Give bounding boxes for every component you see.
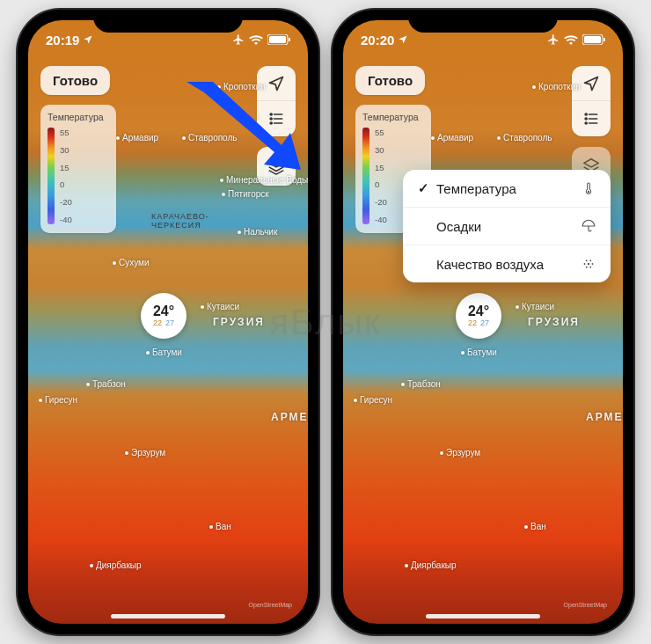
low-temp: 22 (153, 318, 162, 327)
phone-left: 20:19 Готово (18, 10, 318, 634)
city-kropotkin: Кропоткин (532, 82, 581, 91)
high-temp: 27 (480, 318, 489, 327)
city-minvody: Минеральные Воды (220, 175, 308, 185)
layers-popover: ✓ Температура Осадки Качество воздуха (403, 170, 611, 282)
thermometer-icon (579, 180, 598, 196)
svg-point-19 (588, 191, 589, 193)
svg-point-17 (585, 122, 587, 124)
legend-scale: 55 30 15 0 -20 -40 (60, 128, 72, 224)
popover-label: Осадки (431, 219, 579, 234)
toolbar-stack (572, 66, 611, 136)
city-erzurum: Эрзурум (125, 448, 165, 457)
home-indicator[interactable] (426, 614, 540, 618)
city-van: Ван (209, 522, 231, 531)
popover-label: Температура (431, 181, 579, 196)
notch (93, 10, 243, 33)
region-kchr: КАРАЧАЕВО- ЧЕРКЕСИЯ (151, 212, 209, 230)
city-batumi: Батуми (146, 348, 182, 357)
city-erzurum: Эрзурум (440, 448, 480, 457)
legend-gradient (362, 128, 369, 224)
legend-title: Температура (48, 112, 109, 122)
legend-scale: 55 30 15 0 -20 -40 (375, 128, 387, 224)
city-kutaisi: Кутаиси (516, 302, 554, 311)
city-nalchik: Нальчик (238, 227, 277, 237)
current-temp: 24° (153, 304, 174, 318)
svg-marker-9 (187, 82, 301, 170)
wifi-icon (249, 34, 263, 45)
city-trabzon: Трабзон (401, 379, 441, 389)
svg-point-26 (589, 267, 591, 268)
done-button[interactable]: Готово (40, 66, 110, 95)
airplane-mode-icon (547, 33, 560, 46)
city-armavir: Армавир (116, 133, 158, 143)
svg-rect-2 (289, 38, 290, 41)
svg-point-23 (586, 260, 588, 261)
svg-point-15 (585, 118, 587, 120)
list-icon (582, 110, 600, 128)
umbrella-icon (579, 218, 598, 234)
screen: 20:19 Готово (28, 20, 308, 624)
legend-title: Температура (362, 112, 424, 122)
svg-point-25 (586, 267, 588, 268)
city-sukhumi: Сухуми (113, 258, 150, 267)
svg-rect-12 (603, 38, 605, 41)
location-services-icon (398, 34, 408, 45)
country-armenia: АРМЕН (271, 411, 308, 423)
battery-icon (267, 34, 290, 45)
home-indicator[interactable] (111, 614, 225, 618)
notch (408, 10, 558, 33)
low-temp: 22 (468, 318, 477, 327)
svg-point-21 (584, 263, 586, 265)
country-armenia: АРМЕН (586, 411, 623, 423)
popover-item-temperature[interactable]: ✓ Температура (403, 170, 611, 208)
svg-point-22 (592, 263, 594, 265)
city-van: Ван (524, 522, 546, 531)
popover-item-precipitation[interactable]: Осадки (403, 208, 611, 245)
popover-label: Качество воздуха (431, 257, 579, 272)
high-temp: 27 (165, 318, 174, 327)
city-giresun: Гиресун (39, 395, 77, 405)
country-georgia: ГРУЗИЯ (213, 316, 265, 328)
done-button[interactable]: Готово (355, 66, 425, 95)
svg-point-24 (589, 260, 591, 261)
svg-point-20 (588, 263, 589, 265)
wifi-icon (564, 34, 578, 45)
city-pyatigorsk: Пятигорск (222, 189, 269, 199)
city-batumi: Батуми (461, 348, 497, 357)
city-kutaisi: Кутаиси (201, 302, 239, 311)
checkmark-icon: ✓ (415, 180, 431, 196)
status-time: 20:19 (46, 33, 79, 48)
legend-gradient (48, 128, 55, 224)
screen: 20:20 Готово Температура (343, 20, 623, 624)
temperature-legend: Температура 55 30 15 0 -20 -40 (40, 105, 116, 233)
country-georgia: ГРУЗИЯ (528, 316, 580, 328)
particles-icon (579, 256, 598, 272)
location-arrow-icon (582, 75, 600, 92)
list-button[interactable] (572, 101, 611, 136)
temperature-badge[interactable]: 24° 22 27 (141, 293, 187, 339)
city-giresun: Гиресун (354, 395, 392, 405)
temperature-badge[interactable]: 24° 22 27 (456, 293, 501, 339)
location-services-icon (83, 34, 93, 45)
airplane-mode-icon (232, 33, 245, 46)
svg-rect-1 (269, 36, 286, 43)
map-attribution: OpenStreetMap (249, 602, 292, 608)
city-armavir: Армавир (431, 133, 473, 143)
current-temp: 24° (468, 304, 489, 318)
city-diyarbakir: Диярбакыр (405, 560, 457, 570)
popover-item-air-quality[interactable]: Качество воздуха (403, 245, 611, 282)
city-stavropol: Ставрополь (497, 133, 552, 143)
annotation-arrow (187, 82, 301, 170)
map-attribution: OpenStreetMap (564, 602, 607, 608)
phone-right: 20:20 Готово Температура (333, 10, 633, 634)
city-trabzon: Трабзон (86, 379, 126, 389)
status-time: 20:20 (361, 33, 394, 48)
svg-point-13 (585, 113, 587, 115)
battery-icon (582, 34, 605, 45)
city-diyarbakir: Диярбакыр (90, 560, 142, 570)
svg-rect-11 (584, 36, 601, 43)
